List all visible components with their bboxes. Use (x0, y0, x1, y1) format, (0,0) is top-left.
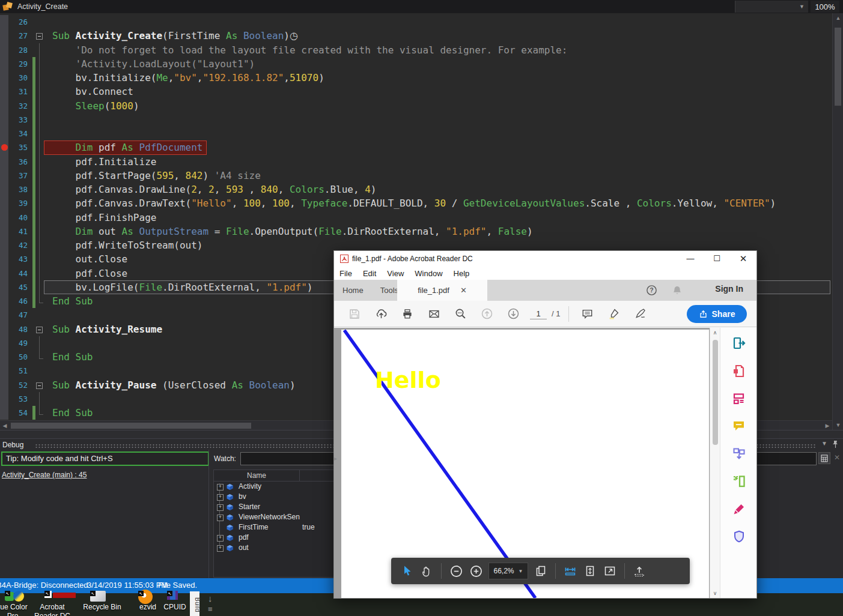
expand-toggle-icon[interactable]: + (217, 515, 224, 521)
code-line-34[interactable]: 34 (0, 127, 832, 140)
expand-toggle-icon[interactable]: + (217, 494, 224, 501)
pdf-scroll-up-icon[interactable]: ∧ (710, 330, 720, 336)
menu-lines-icon[interactable]: ≡ (208, 605, 213, 614)
acrobat-title-bar[interactable]: file_1.pdf - Adobe Acrobat Reader DC — ☐… (334, 251, 756, 267)
zoom-in-icon[interactable] (469, 564, 483, 578)
organize-pages-icon[interactable] (732, 474, 746, 489)
minimize-button[interactable]: — (677, 251, 704, 267)
protect-icon[interactable] (732, 530, 746, 544)
fold-toggle-icon[interactable] (36, 382, 43, 389)
scroll-down-icon[interactable]: ▼ (833, 420, 843, 430)
watch-table[interactable]: Name +Activity+bv+Starter+ViewerNetworkS… (213, 470, 338, 578)
fit-page-icon[interactable] (583, 564, 597, 578)
page-thumbnails-icon[interactable] (534, 564, 548, 578)
watch-row[interactable]: +bv (214, 492, 337, 502)
breakpoint-margin[interactable] (0, 15, 8, 29)
expand-toggle-icon[interactable]: + (217, 535, 224, 542)
select-cursor-icon[interactable] (400, 564, 414, 578)
watch-row[interactable]: +ViewerNetworkSen (214, 512, 337, 522)
code-line-29[interactable]: 29 'Activity.LoadLayout("Layout1") (0, 57, 832, 71)
breakpoint-margin[interactable] (0, 211, 8, 225)
breakpoint-margin[interactable] (0, 364, 8, 378)
build-side-tab[interactable]: Build (190, 591, 199, 616)
breakpoint-margin[interactable] (0, 308, 8, 322)
breakpoint-margin[interactable] (0, 350, 8, 364)
nav-pane-toggle-icon[interactable]: ▸ (334, 455, 337, 462)
breakpoint-margin[interactable] (0, 378, 8, 392)
fill-sign-tool-icon[interactable] (732, 502, 746, 516)
breakpoint-margin[interactable] (0, 155, 8, 169)
code-line-38[interactable]: 38 pdf.Canvas.DrawLine(2, 2, 593 , 840, … (0, 183, 832, 196)
highlighter-icon[interactable] (607, 307, 620, 321)
expand-toggle-icon[interactable]: + (217, 545, 224, 552)
pdf-scroll-thumb[interactable] (713, 340, 718, 445)
print-icon[interactable] (401, 307, 414, 321)
fill-sign-icon[interactable] (633, 307, 647, 321)
breakpoint-margin[interactable] (0, 43, 8, 57)
desktop-icon-recycle-bin[interactable]: ↖ (90, 591, 124, 603)
fit-width-icon[interactable] (563, 564, 577, 578)
code-line-30[interactable]: 30 bv.Initialize(Me,"bv","192.168.1.82",… (0, 71, 832, 85)
tab-home[interactable]: Home (334, 280, 372, 301)
breakpoint-margin[interactable] (0, 169, 8, 183)
expand-toggle-icon[interactable]: + (217, 484, 224, 491)
stack-frame-link[interactable]: Activity_Create (main) : 45 (2, 471, 87, 479)
desktop-icon-rue-color[interactable]: ↖ (5, 591, 38, 603)
menu-item-file[interactable]: File (334, 269, 358, 278)
breakpoint-margin[interactable] (0, 183, 8, 196)
breakpoint-margin[interactable] (0, 225, 8, 238)
menu-item-view[interactable]: View (382, 269, 409, 278)
breakpoint-margin[interactable] (0, 71, 8, 85)
breakpoint-margin[interactable] (0, 252, 8, 266)
scroll-left-icon[interactable]: ◀ (0, 421, 10, 430)
code-line-26[interactable]: 26 (0, 15, 832, 29)
page-up-icon[interactable] (480, 307, 493, 321)
code-line-39[interactable]: 39 pdf.Canvas.DrawText("Hello", 100, 100… (0, 196, 832, 210)
close-button[interactable]: ✕ (730, 251, 756, 267)
cloud-upload-icon[interactable] (374, 307, 388, 321)
page-down-icon[interactable] (507, 307, 520, 321)
breakpoint-margin[interactable] (0, 140, 8, 154)
watch-row[interactable]: +out (214, 543, 337, 553)
create-pdf-icon[interactable] (732, 364, 746, 378)
pdf-scroll-down-icon[interactable]: ∨ (710, 590, 720, 596)
menu-item-edit[interactable]: Edit (358, 269, 382, 278)
breakpoint-margin[interactable] (0, 99, 8, 113)
tab-close-icon[interactable]: ✕ (460, 286, 467, 295)
zoom-out-icon[interactable] (449, 564, 463, 578)
arrow-down-icon[interactable]: ↓ (208, 593, 213, 603)
code-line-35[interactable]: 35 Dim pdf As PdfDocument (0, 140, 832, 154)
zoom-search-icon[interactable] (454, 307, 467, 321)
breakpoint-margin[interactable] (0, 406, 8, 420)
hscroll-thumb[interactable] (11, 423, 251, 429)
fullscreen-icon[interactable] (603, 564, 617, 578)
breakpoint-margin[interactable] (0, 196, 8, 210)
maximize-button[interactable]: ☐ (704, 251, 730, 267)
menu-item-help[interactable]: Help (448, 269, 475, 278)
expand-toggle-icon[interactable]: + (217, 504, 224, 511)
edit-pdf-icon[interactable] (732, 391, 746, 406)
code-line-37[interactable]: 37 pdf.StartPage(595, 842) 'A4 size (0, 169, 832, 183)
editor-vertical-scrollbar[interactable]: ▲ ▼ (832, 13, 843, 430)
breakpoint-margin[interactable] (0, 85, 8, 98)
vscroll-thumb[interactable] (835, 28, 841, 106)
upload-icon[interactable] (632, 564, 647, 578)
clear-watch-icon[interactable]: ✕ (832, 452, 842, 463)
breakpoint-margin[interactable] (0, 113, 8, 127)
breakpoint-margin[interactable] (0, 267, 8, 280)
breakpoint-margin[interactable] (0, 57, 8, 71)
editor-zoom-level[interactable]: 100% (811, 1, 839, 13)
breakpoint-margin[interactable] (0, 280, 8, 294)
code-line-28[interactable]: 28 'Do not forget to load the layout fil… (0, 43, 832, 57)
code-line-41[interactable]: 41 Dim out As OutputStream = File.OpenOu… (0, 225, 832, 238)
watch-row[interactable]: +Starter (214, 502, 337, 512)
share-button[interactable]: Share (687, 305, 747, 323)
breakpoint-margin[interactable] (0, 294, 8, 308)
tab-document[interactable]: file_1.pdf ✕ (397, 280, 487, 301)
debug-dropdown-icon[interactable]: ▼ (821, 440, 827, 447)
comment-tool-icon[interactable] (732, 419, 746, 433)
zoom-level-dropdown[interactable]: 66,2% ▼ (488, 563, 528, 579)
help-icon[interactable]: ? (646, 285, 657, 296)
desktop-icon-acrobat[interactable]: ↖ (44, 591, 78, 603)
watch-row[interactable]: +pdf (214, 533, 337, 543)
